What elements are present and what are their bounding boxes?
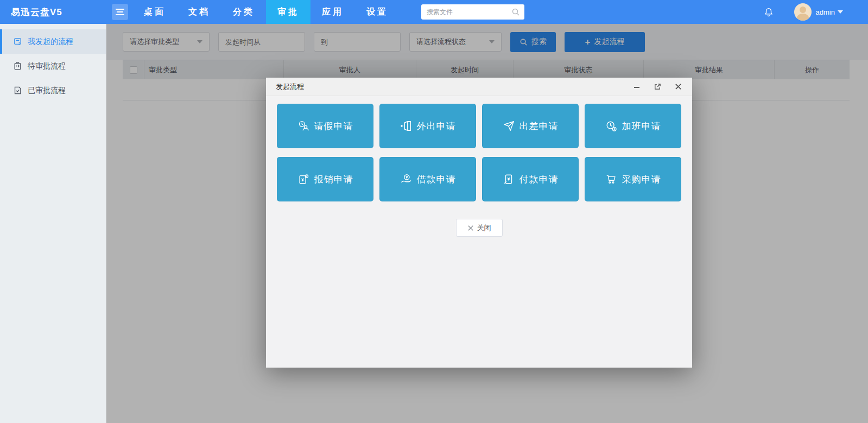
receipt-yen-icon [297, 173, 309, 185]
account-menu[interactable]: admin [794, 3, 843, 21]
cart-icon [605, 173, 617, 185]
close-button[interactable] [674, 83, 682, 91]
navbar-right: admin [764, 3, 868, 21]
tile-loan-request[interactable]: 借款申请 [379, 157, 476, 201]
modal-titlebar: 发起流程 [266, 78, 692, 96]
plane-icon [503, 120, 515, 132]
nav-item-settings[interactable]: 设置 [355, 0, 400, 24]
modal-close-button[interactable]: 关闭 [456, 219, 503, 237]
search-input[interactable] [421, 4, 524, 20]
sidebar-toggle-button[interactable] [112, 4, 128, 20]
sidebar-item-pending-approval-flows[interactable]: 待审批流程 [0, 54, 106, 78]
maximize-button[interactable] [653, 83, 662, 91]
tile-reimbursement-request[interactable]: 报销申请 [277, 157, 373, 201]
top-navbar: 易迅云盘V5 桌面 文档 分类 审批 应用 设置 admin [0, 0, 868, 24]
tile-purchase-request[interactable]: 采购申请 [585, 157, 681, 201]
minimize-icon [633, 83, 641, 91]
flow-type-grid: 请假申请 外出申请 出差申请 加班申请 报销申请 [277, 104, 681, 201]
clipboard-icon [13, 61, 22, 71]
user-avatar [794, 3, 812, 21]
door-exit-icon [400, 120, 412, 132]
sidebar-item-my-initiated-flows[interactable]: 我发起的流程 [0, 29, 106, 54]
nav-item-documents[interactable]: 文档 [177, 0, 221, 24]
close-icon [675, 83, 682, 90]
main-menu: 桌面 文档 分类 审批 应用 设置 [132, 0, 400, 24]
create-flow-modal: 发起流程 请假申请 外出申请 [266, 78, 692, 368]
hamburger-icon [116, 9, 124, 10]
doc-check-icon [13, 86, 22, 95]
chevron-down-icon [838, 10, 843, 14]
nav-item-apps[interactable]: 应用 [311, 0, 355, 24]
app-logo: 易迅云盘V5 [0, 6, 106, 18]
clock-plus-icon [605, 120, 617, 132]
notifications-button[interactable] [764, 7, 774, 17]
username: admin [816, 8, 835, 16]
file-exclaim-icon [13, 37, 22, 46]
nav-item-desktop[interactable]: 桌面 [132, 0, 177, 24]
sidebar-item-label: 待审批流程 [28, 61, 66, 71]
sidebar: 我发起的流程 待审批流程 已审批流程 [0, 24, 106, 423]
tile-payment-request[interactable]: 付款申请 [482, 157, 579, 201]
minimize-button[interactable] [632, 83, 641, 91]
nav-item-approval[interactable]: 审批 [266, 0, 311, 24]
sidebar-item-label: 我发起的流程 [28, 37, 73, 47]
tile-leave-request[interactable]: 请假申请 [277, 104, 373, 148]
tile-business-trip-request[interactable]: 出差申请 [482, 104, 579, 148]
nav-item-categories[interactable]: 分类 [221, 0, 266, 24]
tile-out-request[interactable]: 外出申请 [379, 104, 476, 148]
search-icon[interactable] [511, 8, 520, 18]
maximize-icon [654, 83, 661, 91]
modal-title: 发起流程 [276, 82, 304, 92]
payment-yen-icon [503, 173, 515, 185]
bell-icon [764, 7, 774, 17]
hand-coin-icon [400, 173, 412, 185]
sidebar-item-approved-flows[interactable]: 已审批流程 [0, 78, 106, 103]
user-clock-icon [297, 120, 309, 132]
file-search [421, 4, 524, 20]
window-controls [632, 83, 682, 91]
tile-overtime-request[interactable]: 加班申请 [585, 104, 681, 148]
close-icon [467, 225, 474, 231]
sidebar-item-label: 已审批流程 [28, 86, 66, 96]
